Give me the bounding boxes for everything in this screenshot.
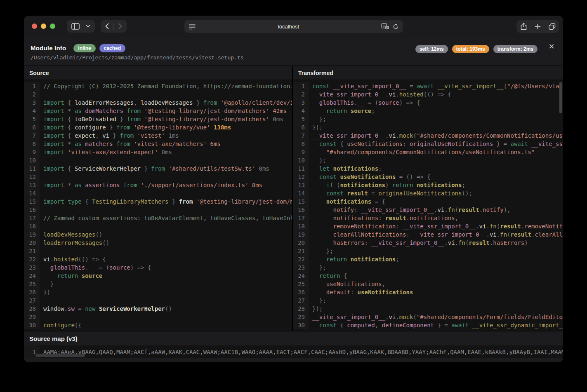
vertical-scrollbar-thumb[interactable] — [559, 82, 562, 113]
code-line: 22vi.hoisted(() => { — [24, 255, 292, 263]
code-line: 4 return source; — [293, 107, 563, 115]
code-line: 20 hasErrors: __vite_ssr_import_0__.vi.f… — [293, 239, 563, 247]
sourcemap-code-view[interactable]: 1 AAMA;AAeA,yBAAG,QAAQ,MAAM;AACf,aAAW,KA… — [24, 345, 563, 358]
share-icon[interactable] — [521, 23, 527, 30]
address-bar[interactable]: localhost A あ — [184, 20, 403, 33]
code-line: 3 globalThis.__ = (source) => { — [293, 99, 563, 107]
code-line: 22 return notifications; — [293, 255, 563, 263]
code-line: 6}); — [293, 123, 563, 131]
sidebar-icon — [71, 23, 80, 30]
code-line: 15import type { TestingLibraryMatchers }… — [24, 197, 292, 206]
code-line: 19loadDevMessages() — [24, 230, 292, 239]
close-window-button[interactable] — [32, 23, 37, 29]
sidebar-toggle-group — [67, 20, 95, 33]
translate-icon[interactable]: A あ — [381, 23, 389, 30]
chevron-down-icon — [86, 25, 90, 28]
code-line: 29__vite_ssr_import_0__.vi.mock("#shared… — [293, 313, 563, 321]
sidebar-menu-button[interactable] — [84, 20, 95, 33]
metric-badge: transform: 2ms — [493, 45, 537, 53]
code-line: 5 }; — [293, 115, 563, 123]
code-line: 1// Copyright (C) 2012-2025 Zammad Found… — [24, 82, 292, 90]
page-title: Module Info — [31, 45, 66, 52]
code-line: 6import { configure } from '@testing-lib… — [24, 123, 292, 131]
code-line: 19 clearAllNotifications: __vite_ssr_imp… — [293, 230, 563, 239]
code-line: 11 let notifications; — [293, 164, 563, 173]
sourcemap-mappings: AAMA;AAeA,yBAAG,QAAQ,MAAM;AACf,aAAW,KAAK… — [40, 349, 563, 355]
timing-metrics: self: 12mstotal: 193mstransform: 2ms — [415, 45, 537, 53]
module-badge: cached — [99, 44, 125, 52]
toolbar-right-buttons — [516, 20, 559, 33]
forward-button[interactable] — [114, 20, 127, 33]
code-line: 26 default: useNotifications — [293, 288, 563, 296]
code-line: 28window.sw = new ServiceWorkerHelper() — [24, 305, 292, 313]
code-line: 30configure({ — [24, 321, 292, 329]
code-line: 25 useNotifications, — [293, 280, 563, 288]
code-line: 24 return { — [293, 272, 563, 280]
code-line: 26}) — [24, 288, 292, 296]
reader-icon[interactable] — [189, 23, 196, 30]
code-line: 23 }; — [293, 263, 563, 272]
module-badges: inlinecached — [70, 44, 125, 52]
code-line: 30 const { computed, defineComponent } =… — [293, 321, 563, 329]
transformed-panel: Transformed 1const __vite_ssr_import_0__… — [293, 66, 563, 331]
code-line: 2 — [24, 90, 292, 99]
code-line: 27 — [24, 296, 292, 305]
browser-window: localhost A あ — [24, 16, 563, 362]
code-line: 10 ); — [293, 156, 563, 164]
code-line: 16 notify: __vite_ssr_import_0__.vi.fn(r… — [293, 206, 563, 214]
code-line: 7__vite_ssr_import_0__.vi.mock("#shared/… — [293, 131, 563, 140]
code-line: 13import * as assertions from './support… — [24, 181, 292, 189]
transformed-panel-title: Transformed — [293, 66, 563, 80]
code-line: 21 — [24, 247, 292, 255]
code-line: 16 — [24, 206, 292, 214]
code-line: 9 "#shared/components/CommonNotification… — [293, 148, 563, 156]
code-line: 12 const useNotifications = () => { — [293, 173, 563, 181]
horizontal-scrollbar-thumb[interactable] — [35, 354, 85, 357]
back-button[interactable] — [101, 20, 113, 33]
code-line: 11import { ServiceWorkerHelper } from '#… — [24, 164, 292, 173]
source-code-view[interactable]: 1// Copyright (C) 2012-2025 Zammad Found… — [24, 80, 292, 331]
zoom-window-button[interactable] — [50, 23, 55, 29]
metric-badge: total: 193ms — [452, 45, 489, 53]
sourcemap-title: Source map (v3) — [24, 331, 563, 345]
code-line: 3import { loadErrorMessages, loadDevMess… — [24, 99, 292, 107]
code-line: 25 } — [24, 280, 292, 288]
code-line: 4import * as domMatchers from '@testing-… — [24, 107, 292, 115]
code-line: 15 notifications = { — [293, 197, 563, 206]
transformed-code-view[interactable]: 1const __vite_ssr_import_0__ = await __v… — [293, 80, 563, 331]
code-line: 14 — [24, 189, 292, 197]
code-line: 10 — [24, 156, 292, 164]
code-line: 5import { toBeDisabled } from '@testing-… — [24, 115, 292, 123]
svg-text:A: A — [383, 24, 385, 28]
code-line: 2__vite_ssr_import_0__.vi.hoisted(() => … — [293, 90, 563, 99]
code-line: 8import * as matchers from 'vitest-axe/m… — [24, 140, 292, 148]
code-line: 20loadErrorMessages() — [24, 239, 292, 247]
source-panel: Source 1// Copyright (C) 2012-2025 Zamma… — [24, 66, 293, 331]
code-line: 14 const result = originalUseNotificatio… — [293, 189, 563, 197]
code-line: 13 if (notifications) return notificatio… — [293, 181, 563, 189]
code-line: 8 const { useNotifications: originalUseN… — [293, 140, 563, 148]
code-line: 1const __vite_ssr_import_0__ = await __v… — [293, 82, 563, 90]
tab-overview-icon[interactable] — [549, 23, 556, 30]
code-panels: Source 1// Copyright (C) 2012-2025 Zamma… — [24, 66, 563, 331]
metric-badge: self: 12ms — [415, 45, 448, 53]
source-panel-title: Source — [24, 66, 292, 80]
code-line: 7import { expect, vi } from 'vitest' 1ms — [24, 131, 292, 140]
sidebar-toggle-button[interactable] — [67, 20, 84, 33]
chevron-right-icon — [118, 23, 122, 29]
code-line: 18 — [24, 222, 292, 230]
code-line: 21 }; — [293, 247, 563, 255]
minimize-window-button[interactable] — [41, 23, 46, 29]
new-tab-icon[interactable] — [535, 23, 541, 30]
code-line: 29 — [24, 313, 292, 321]
browser-toolbar: localhost A あ — [24, 16, 563, 37]
reload-icon[interactable] — [393, 23, 399, 30]
url-text: localhost — [196, 23, 381, 30]
chevron-left-icon — [105, 23, 109, 29]
nav-buttons — [101, 20, 127, 33]
close-panel-button[interactable]: ✕ — [547, 42, 556, 51]
module-info-header: Module Info inlinecached self: 12mstotal… — [24, 37, 563, 66]
module-badge: inline — [73, 44, 95, 52]
code-line: 12 — [24, 173, 292, 181]
code-line: 27 }; — [293, 296, 563, 305]
